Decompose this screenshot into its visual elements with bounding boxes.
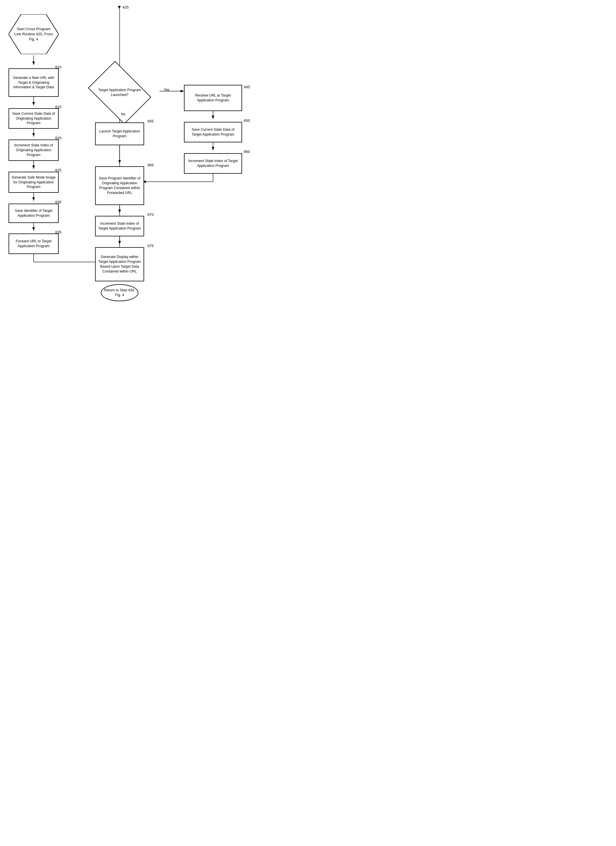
box-620: Increment State Index of Originating App… <box>9 140 59 161</box>
label-665: 665 <box>147 163 154 167</box>
box-670: Increment State Index of Target Applicat… <box>95 216 144 236</box>
box-665: Save Program Identifier of Originating A… <box>95 166 144 205</box>
label-675: 675 <box>147 244 154 248</box>
box-625: Generate Safe Mode Image for Originating… <box>9 172 59 193</box>
label-670: 670 <box>147 212 154 217</box>
no-label: No <box>121 112 125 116</box>
box-615: Save Current State Data of Originating A… <box>9 108 59 129</box>
top-arrow-indicator: ▼ <box>117 4 122 10</box>
label-645: 645 <box>244 85 250 89</box>
yes-label: Yes <box>164 88 169 92</box>
box-635: Forward URL to Target Application Progra… <box>9 234 59 254</box>
start-label: Start Cross Program Link Routine 425, Fr… <box>9 14 59 54</box>
box-655: Launch Target Application Program <box>95 122 144 145</box>
box-660: Increment State Index of Target Applicat… <box>184 153 242 174</box>
flowchart-diagram: ▼ 425 Start Cross Program Link Routine 4… <box>0 0 256 342</box>
box-630: Save Identifier of Target Application Pr… <box>9 204 59 223</box>
label-655: 655 <box>147 119 154 123</box>
box-675: Generate Display within Target Applicati… <box>95 247 144 281</box>
box-610: Generate a New URL with Target & Origina… <box>9 68 59 97</box>
end-oval: Return to Step 430, Fig. 4 <box>101 284 138 301</box>
box-645: Receive URL at Target Application Progra… <box>184 85 242 111</box>
label-650: 650 <box>244 119 250 123</box>
label-425: 425 <box>122 5 129 9</box>
start-hexagon: Start Cross Program Link Routine 425, Fr… <box>9 14 59 54</box>
label-660: 660 <box>244 150 250 154</box>
box-650: Save Current State Data of Target Applic… <box>184 122 242 142</box>
diamond-640: Target Application Program Launched? <box>94 73 145 112</box>
